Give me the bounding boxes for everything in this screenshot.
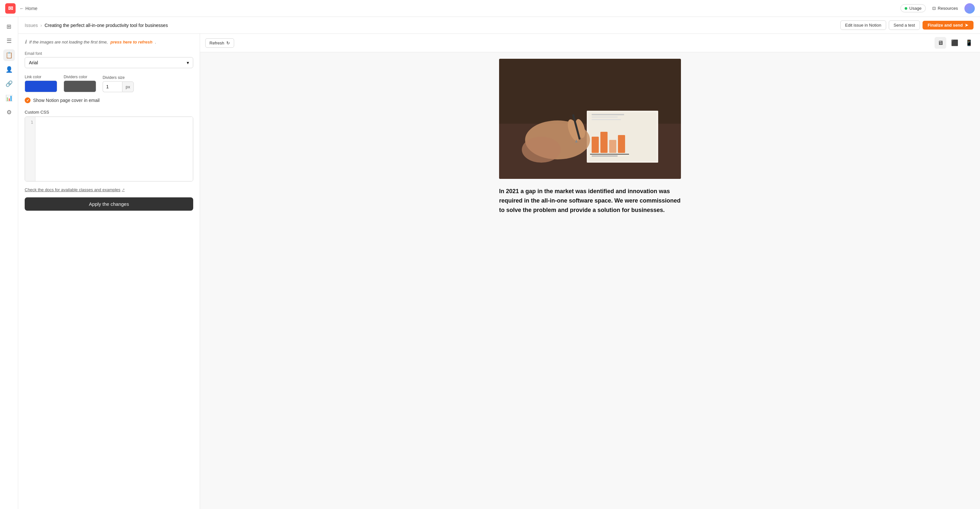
desktop-view-button[interactable]: 🖥 bbox=[935, 37, 946, 49]
tablet-icon: ⬛ bbox=[951, 39, 958, 46]
dividers-color-swatch[interactable] bbox=[64, 81, 96, 92]
css-line-numbers: 1 bbox=[25, 117, 35, 181]
hand-drawing-bg bbox=[499, 59, 681, 179]
email-font-select[interactable]: Arial ▾ bbox=[25, 57, 193, 68]
refresh-link[interactable]: press here to refresh bbox=[110, 40, 152, 45]
css-editor: 1 bbox=[25, 116, 193, 181]
right-panel: Refresh ↻ 🖥 ⬛ 📱 bbox=[200, 34, 980, 509]
svg-rect-10 bbox=[592, 114, 624, 115]
css-textarea[interactable] bbox=[35, 117, 193, 181]
show-cover-label: Show Notion page cover in email bbox=[33, 98, 100, 103]
info-message-end: . bbox=[155, 40, 156, 45]
home-label: Home bbox=[25, 6, 37, 11]
svg-rect-4 bbox=[592, 137, 599, 153]
svg-rect-6 bbox=[609, 140, 616, 153]
svg-point-14 bbox=[522, 137, 561, 163]
preview-content: In 2021 a gap in the market was identifi… bbox=[200, 52, 980, 509]
info-message: If the images are not loading the first … bbox=[29, 40, 108, 45]
left-panel: ℹ If the images are not loading the firs… bbox=[18, 34, 200, 509]
svg-rect-5 bbox=[600, 132, 608, 153]
info-icon: ℹ bbox=[25, 39, 27, 45]
svg-rect-9 bbox=[592, 156, 617, 156]
refresh-icon: ↻ bbox=[226, 41, 230, 45]
info-bar: ℹ If the images are not loading the firs… bbox=[25, 39, 193, 45]
avatar[interactable] bbox=[964, 3, 975, 14]
refresh-button[interactable]: Refresh ↻ bbox=[205, 38, 234, 48]
send-test-button[interactable]: Send a test bbox=[889, 21, 920, 30]
svg-rect-12 bbox=[592, 119, 621, 120]
usage-dot bbox=[905, 7, 907, 10]
link-color-field: Link color bbox=[25, 75, 57, 92]
sidebar-item-grid[interactable]: ⊞ bbox=[3, 21, 15, 32]
dividers-size-input[interactable] bbox=[103, 81, 122, 92]
chevron-down-icon: ▾ bbox=[187, 60, 189, 65]
main-layout: ⊞ ☰ 📋 👤 🔗 📊 ⚙ Issues › Creating the perf… bbox=[0, 17, 980, 509]
resources-icon: ⊡ bbox=[932, 6, 936, 11]
show-cover-checkbox[interactable] bbox=[25, 97, 30, 103]
sidebar-item-document[interactable]: 📋 bbox=[3, 49, 15, 61]
external-link-icon: ↗ bbox=[122, 188, 125, 192]
dividers-size-field: Dividers size px bbox=[103, 75, 134, 92]
sidebar-item-contacts[interactable]: 👤 bbox=[3, 64, 15, 75]
desktop-icon: 🖥 bbox=[937, 40, 943, 46]
apply-changes-button[interactable]: Apply the changes bbox=[25, 197, 193, 211]
sidebar: ⊞ ☰ 📋 👤 🔗 📊 ⚙ bbox=[0, 17, 18, 509]
svg-rect-11 bbox=[592, 116, 617, 118]
mobile-view-button[interactable]: 📱 bbox=[963, 37, 975, 49]
sidebar-item-list[interactable]: ☰ bbox=[3, 35, 15, 47]
custom-css-label: Custom CSS bbox=[25, 110, 193, 115]
dividers-size-input-row: px bbox=[103, 81, 134, 92]
breadcrumb-page-title: Creating the perfect all-in-one producti… bbox=[45, 23, 168, 28]
dividers-color-field: Dividers color bbox=[64, 75, 96, 92]
send-icon: ➤ bbox=[965, 23, 968, 28]
breadcrumb-separator: › bbox=[40, 23, 42, 28]
svg-rect-8 bbox=[590, 154, 629, 154]
sidebar-item-settings[interactable]: ⚙ bbox=[3, 107, 15, 118]
subheader: Issues › Creating the perfect all-in-one… bbox=[18, 17, 980, 34]
breadcrumb-issues[interactable]: Issues bbox=[25, 23, 38, 28]
email-font-section: Email font Arial ▾ bbox=[25, 51, 193, 68]
back-button[interactable]: ← Home bbox=[19, 6, 37, 11]
sidebar-item-analytics[interactable]: 📊 bbox=[3, 92, 15, 104]
body-split: ℹ If the images are not loading the firs… bbox=[18, 34, 980, 509]
email-font-label: Email font bbox=[25, 51, 193, 56]
dividers-size-unit: px bbox=[122, 81, 134, 92]
link-color-swatch[interactable] bbox=[25, 81, 57, 92]
colors-row: Link color Dividers color Dividers size … bbox=[25, 75, 193, 92]
show-cover-row: Show Notion page cover in email bbox=[25, 97, 193, 103]
preview-hero-image bbox=[499, 59, 681, 179]
sidebar-item-integrations[interactable]: 🔗 bbox=[3, 78, 15, 90]
topbar: ✉ ← Home Usage ⊡ Resources bbox=[0, 0, 980, 17]
mobile-icon: 📱 bbox=[966, 39, 972, 46]
tablet-view-button[interactable]: ⬛ bbox=[949, 37, 961, 49]
link-color-label: Link color bbox=[25, 75, 57, 79]
docs-link[interactable]: Check the docs for available classes and… bbox=[25, 187, 193, 192]
edit-notion-button[interactable]: Edit issue in Notion bbox=[840, 21, 886, 30]
dividers-size-label: Dividers size bbox=[103, 75, 134, 80]
app-logo: ✉ bbox=[5, 3, 16, 14]
finalize-send-button[interactable]: Finalize and send ➤ bbox=[923, 21, 974, 30]
resources-button[interactable]: ⊡ Resources bbox=[930, 5, 961, 12]
preview-toolbar: Refresh ↻ 🖥 ⬛ 📱 bbox=[200, 34, 980, 52]
email-font-value: Arial bbox=[29, 60, 38, 65]
usage-button[interactable]: Usage bbox=[900, 4, 926, 12]
content-area: Issues › Creating the perfect all-in-one… bbox=[18, 17, 980, 509]
preview-body-text: In 2021 a gap in the market was identifi… bbox=[499, 187, 681, 215]
svg-rect-7 bbox=[618, 135, 625, 153]
dividers-color-label: Dividers color bbox=[64, 75, 96, 79]
